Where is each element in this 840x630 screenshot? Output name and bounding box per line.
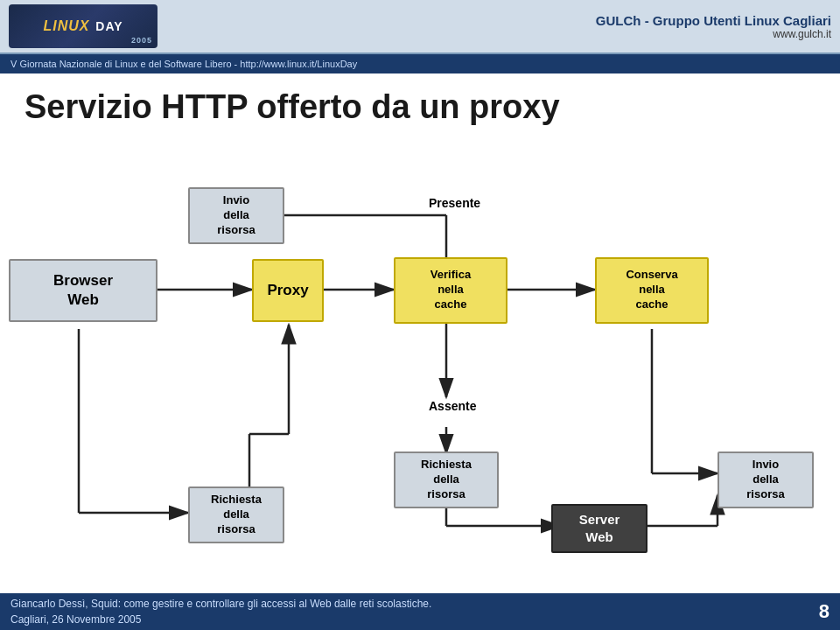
conserva-label: Conservanellacache: [626, 268, 677, 312]
logo-day: DAY: [91, 19, 122, 33]
verifica-box: Verificanellacache: [394, 257, 508, 324]
richiesta-bottom-label: Richiestadellarisorsa: [211, 493, 262, 537]
footer-line1: Giancarlo Dessì, Squid: come gestire e c…: [10, 596, 431, 612]
assente-label: Assente: [429, 399, 476, 413]
server-web-box: ServerWeb: [551, 504, 648, 553]
richiesta-middle-label: Richiestadellarisorsa: [421, 458, 472, 502]
richiesta-middle-box: Richiestadellarisorsa: [394, 452, 499, 508]
footer-page: 8: [819, 600, 830, 623]
header-url: www.gulch.it: [596, 28, 831, 40]
proxy-label: Proxy: [267, 281, 308, 300]
diagram: BrowserWeb Inviodellarisorsa Presente Pr…: [0, 136, 840, 565]
richiesta-bottom-box: Richiestadellarisorsa: [188, 486, 284, 543]
header-left: LINUX DAY 2005: [9, 4, 158, 48]
header-right: GULCh - Gruppo Utenti Linux Cagliari www…: [596, 13, 831, 40]
subheader: V Giornata Nazionale di Linux e del Soft…: [0, 54, 840, 74]
conserva-box: Conservanellacache: [595, 257, 709, 324]
footer-line2: Cagliari, 26 Novembre 2005: [10, 612, 431, 627]
server-web-label: ServerWeb: [579, 511, 620, 545]
header: LINUX DAY 2005 GULCh - Gruppo Utenti Lin…: [0, 0, 840, 54]
presente-label: Presente: [429, 196, 480, 210]
invio-risorsa-top-label: Inviodellarisorsa: [217, 193, 255, 238]
logo-linux: LINUX: [43, 18, 89, 34]
invio-risorsa-right-box: Inviodellarisorsa: [718, 452, 814, 508]
logo-year: 2005: [131, 36, 152, 45]
logo: LINUX DAY 2005: [9, 4, 158, 48]
invio-risorsa-right-label: Inviodellarisorsa: [746, 458, 784, 502]
browser-web-box: BrowserWeb: [9, 259, 158, 322]
page-title: Servizio HTTP offerto da un proxy: [24, 89, 816, 126]
footer: Giancarlo Dessì, Squid: come gestire e c…: [0, 593, 840, 630]
footer-left: Giancarlo Dessì, Squid: come gestire e c…: [10, 596, 431, 627]
subheader-text: V Giornata Nazionale di Linux e del Soft…: [10, 59, 357, 69]
verifica-label: Verificanellacache: [430, 268, 471, 312]
browser-web-label: BrowserWeb: [53, 271, 113, 310]
proxy-box: Proxy: [252, 259, 324, 322]
invio-risorsa-top-box: Inviodellarisorsa: [188, 187, 284, 244]
header-title: GULCh - Gruppo Utenti Linux Cagliari: [596, 13, 831, 28]
